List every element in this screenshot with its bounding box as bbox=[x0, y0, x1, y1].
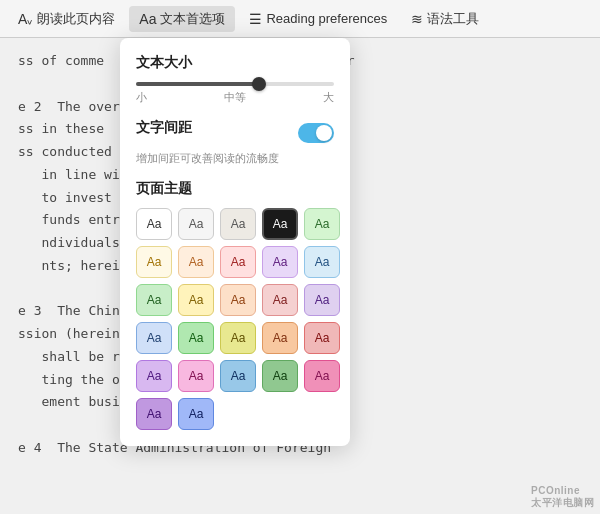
watermark: PCOnline太平洋电脑网 bbox=[531, 485, 594, 510]
spacing-description: 增加间距可改善阅读的流畅度 bbox=[136, 151, 334, 166]
theme-option-8[interactable]: Aa bbox=[262, 246, 298, 278]
theme-option-7[interactable]: Aa bbox=[220, 246, 256, 278]
speaker-icon: Aᵥ bbox=[18, 11, 33, 27]
theme-option-14[interactable]: Aa bbox=[304, 284, 340, 316]
grammar-icon: ≋ bbox=[411, 11, 423, 27]
theme-option-18[interactable]: Aa bbox=[262, 322, 298, 354]
theme-option-6[interactable]: Aa bbox=[178, 246, 214, 278]
toolbar: Aᵥ 朗读此页内容 Aa 文本首选项 ☰ Reading preferences… bbox=[0, 0, 600, 38]
lines-icon: ☰ bbox=[249, 11, 262, 27]
theme-option-17[interactable]: Aa bbox=[220, 322, 256, 354]
theme-option-10[interactable]: Aa bbox=[136, 284, 172, 316]
theme-option-16[interactable]: Aa bbox=[178, 322, 214, 354]
slider-track[interactable] bbox=[136, 82, 334, 86]
text-preferences-button[interactable]: Aa 文本首选项 bbox=[129, 6, 235, 32]
theme-grid: AaAaAaAaAaAaAaAaAaAaAaAaAaAaAaAaAaAaAaAa… bbox=[136, 208, 334, 430]
theme-option-20[interactable]: Aa bbox=[136, 360, 172, 392]
theme-option-12[interactable]: Aa bbox=[220, 284, 256, 316]
slider-thumb bbox=[252, 77, 266, 91]
read-aloud-button[interactable]: Aᵥ 朗读此页内容 bbox=[8, 6, 125, 32]
reading-preferences-button[interactable]: ☰ Reading preferences bbox=[239, 7, 397, 31]
theme-option-9[interactable]: Aa bbox=[304, 246, 340, 278]
slider-fill bbox=[136, 82, 259, 86]
theme-option-23[interactable]: Aa bbox=[262, 360, 298, 392]
spacing-title: 文字间距 bbox=[136, 119, 192, 137]
slider-labels: 小 中等 大 bbox=[136, 90, 334, 105]
theme-option-5[interactable]: Aa bbox=[136, 246, 172, 278]
theme-option-11[interactable]: Aa bbox=[178, 284, 214, 316]
theme-option-21[interactable]: Aa bbox=[178, 360, 214, 392]
spacing-header: 文字间距 bbox=[136, 119, 334, 147]
theme-section: 页面主题 AaAaAaAaAaAaAaAaAaAaAaAaAaAaAaAaAaA… bbox=[136, 180, 334, 430]
theme-option-24[interactable]: Aa bbox=[304, 360, 340, 392]
font-size-large-label: 大 bbox=[323, 90, 334, 105]
theme-option-26[interactable]: Aa bbox=[178, 398, 214, 430]
theme-option-19[interactable]: Aa bbox=[304, 322, 340, 354]
text-preferences-label: 文本首选项 bbox=[160, 10, 225, 28]
font-size-title: 文本大小 bbox=[136, 54, 334, 72]
theme-option-3[interactable]: Aa bbox=[262, 208, 298, 240]
font-size-small-label: 小 bbox=[136, 90, 147, 105]
spacing-section: 文字间距 增加间距可改善阅读的流畅度 bbox=[136, 119, 334, 166]
text-preferences-panel: 文本大小 小 中等 大 文字间距 增加间距可改善阅读的流畅度 页面主题 AaAa… bbox=[120, 38, 350, 446]
theme-option-15[interactable]: Aa bbox=[136, 322, 172, 354]
grammar-tools-label: 语法工具 bbox=[427, 10, 479, 28]
theme-option-13[interactable]: Aa bbox=[262, 284, 298, 316]
font-size-slider-container[interactable]: 小 中等 大 bbox=[136, 82, 334, 105]
read-aloud-label: 朗读此页内容 bbox=[37, 10, 115, 28]
theme-option-0[interactable]: Aa bbox=[136, 208, 172, 240]
theme-option-25[interactable]: Aa bbox=[136, 398, 172, 430]
theme-option-2[interactable]: Aa bbox=[220, 208, 256, 240]
theme-title: 页面主题 bbox=[136, 180, 334, 198]
theme-option-22[interactable]: Aa bbox=[220, 360, 256, 392]
toggle-knob bbox=[316, 125, 332, 141]
text-size-icon: Aa bbox=[139, 11, 156, 27]
spacing-toggle[interactable] bbox=[298, 123, 334, 143]
theme-option-1[interactable]: Aa bbox=[178, 208, 214, 240]
theme-option-4[interactable]: Aa bbox=[304, 208, 340, 240]
grammar-tools-button[interactable]: ≋ 语法工具 bbox=[401, 6, 489, 32]
reading-preferences-label: Reading preferences bbox=[266, 11, 387, 26]
font-size-medium-label: 中等 bbox=[224, 90, 246, 105]
